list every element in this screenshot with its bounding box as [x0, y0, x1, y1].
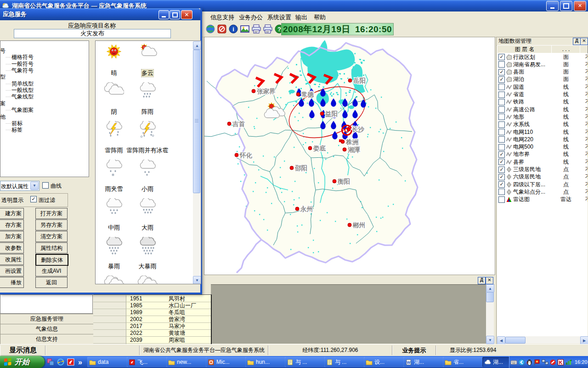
tree-item[interactable]: 标签	[5, 126, 23, 133]
layer-row[interactable]: ✓ 地市界 线 不	[497, 151, 588, 158]
thunderhail-icon[interactable]	[137, 121, 158, 139]
info-icon[interactable]: i	[228, 23, 238, 34]
layers-col-extra[interactable]	[580, 45, 588, 53]
task-button-5[interactable]: 与 ...	[285, 357, 327, 367]
dialog-button-right-4[interactable]: 删除实体	[35, 254, 68, 266]
weather-item-label[interactable]: 阵雨	[141, 108, 153, 115]
flyapp-quicklaunch-icon[interactable]	[67, 358, 74, 366]
weather-item-label[interactable]: 暴雨	[108, 263, 120, 270]
layer-row[interactable]: 地形 线 不	[497, 113, 588, 121]
layer-row[interactable]: 高速公路 线 不	[497, 106, 588, 113]
message-list-box[interactable]	[0, 294, 93, 314]
start-button[interactable]: 开始	[0, 356, 45, 368]
weather-item-label[interactable]: 大雨	[141, 224, 153, 231]
keyboard-tray-icon[interactable]	[510, 359, 517, 366]
sidebar-button-2[interactable]: 信息支持	[0, 334, 94, 345]
sleet-icon[interactable]	[104, 160, 124, 178]
dialog-button-left-5[interactable]: 画设置	[0, 265, 24, 276]
weather-item-label[interactable]: 雨夹雪	[105, 185, 123, 193]
layer-row[interactable]: 电网500 线 不	[497, 144, 588, 151]
menu-item-0[interactable]: 信息支持	[208, 13, 237, 22]
layers-h-scrollbar[interactable]: ◀ ▶	[497, 336, 588, 344]
rain2-icon[interactable]	[104, 198, 124, 217]
scroll-up-icon[interactable]: ▲	[193, 41, 201, 50]
globe-icon[interactable]	[205, 23, 215, 34]
project-name-input[interactable]	[14, 29, 171, 38]
dialog-button-left-0[interactable]: 建方案	[0, 208, 24, 219]
network-tray-icon[interactable]	[542, 359, 548, 366]
scroll-left-icon[interactable]: ◀	[497, 336, 505, 345]
sidebar-button-1[interactable]: 气象信息	[0, 324, 94, 334]
scroll-down-icon[interactable]: ▼	[486, 336, 494, 344]
suncloud-icon[interactable]	[137, 44, 158, 62]
print-icon[interactable]	[262, 23, 273, 34]
messenger-tray-icon[interactable]	[518, 359, 525, 366]
weather-item-label[interactable]: 雷阵雨并有冰雹	[127, 147, 169, 154]
close-button[interactable]: ✕	[181, 10, 192, 19]
dialog-button-right-3[interactable]: 属性结构	[35, 242, 68, 253]
layer-checkbox[interactable]	[498, 136, 505, 143]
station-table[interactable]: 1951 凤羽村 1985 水口山一厂 1989 冬瓜咀 2002 曾家湾 20…	[93, 294, 212, 345]
menu-item-4[interactable]: 帮助	[311, 13, 328, 22]
tree-item[interactable]: 线型	[0, 74, 6, 80]
layer-checkbox[interactable]	[498, 84, 505, 90]
clouds-icon[interactable]	[104, 276, 124, 284]
tree-item[interactable]: 简单线型	[5, 80, 34, 87]
pin-icon[interactable]: Д	[573, 38, 581, 45]
tree-item[interactable]: 气象线型	[5, 93, 34, 100]
stop-icon[interactable]	[216, 23, 227, 34]
task-button-10[interactable]: 湖...	[482, 357, 512, 367]
dialog-button-right-5[interactable]: 生成AVI	[35, 265, 68, 276]
storm-icon[interactable]	[104, 237, 124, 255]
layer-checkbox[interactable]	[498, 99, 505, 105]
tree-item[interactable]: 箭标	[5, 120, 23, 126]
layer-row[interactable]: ✓ 六级居民地 点 不	[497, 173, 588, 181]
tree-item[interactable]: 栅格符号	[5, 54, 34, 60]
layer-checkbox[interactable]	[498, 129, 505, 135]
pin-icon[interactable]: Д	[478, 277, 486, 284]
map-canvas[interactable]: 张家界常德岳阳吉首益阳长沙娄底株洲湘潭怀化邵阳衡阳永州郴州	[204, 37, 495, 275]
task-button-6[interactable]: 与 ...	[324, 357, 367, 367]
dialog-button-left-1[interactable]: 存方案	[0, 219, 24, 230]
layer-row[interactable]: ✓ 三级居民地 点 不	[497, 166, 588, 173]
antivirus-tray-icon[interactable]: K	[557, 359, 564, 366]
bottom-panel-scrollbar[interactable]: ▲ ▼	[486, 284, 494, 343]
layer-checkbox[interactable]: ✓	[498, 174, 505, 180]
tree-item[interactable]: 一般线型	[5, 87, 34, 93]
image-icon[interactable]	[239, 23, 250, 34]
task-button-2[interactable]: new...	[166, 357, 209, 367]
close-icon[interactable]: ✕	[580, 38, 588, 45]
menu-item-1[interactable]: 业务办公	[237, 13, 265, 22]
weather-item-label[interactable]: 小雨	[141, 185, 153, 193]
weather-item-label[interactable]: 多云	[141, 69, 153, 77]
scroll-thumb[interactable]	[193, 50, 200, 193]
curve-checkbox[interactable]	[42, 182, 49, 189]
layer-row[interactable]: ✓ 四级以下居... 点 不	[497, 181, 588, 188]
ie-quicklaunch-icon[interactable]: e	[57, 358, 64, 366]
dialog-button-left-4[interactable]: 改属性	[0, 254, 24, 265]
weather-item-label[interactable]: 晴	[111, 69, 117, 77]
tree-item[interactable]: 气象图案	[5, 107, 34, 113]
dialog-button-right-0[interactable]: 打开方案	[35, 208, 68, 219]
layer-checkbox[interactable]: ✓	[498, 76, 505, 83]
task-button-9[interactable]: 省...	[443, 357, 485, 367]
tree-item[interactable]: 其他	[0, 114, 6, 120]
dialog-button-left-6[interactable]: 播放	[0, 277, 24, 288]
chart-tray-icon[interactable]	[565, 359, 572, 366]
shower-icon[interactable]	[137, 82, 158, 101]
layers-col-name[interactable]: 图 层 名	[497, 45, 552, 53]
layer-row[interactable]: 气象站点分... 点 不	[497, 188, 588, 196]
task-button-0[interactable]: data	[87, 357, 130, 367]
scroll-thumb[interactable]	[486, 292, 494, 302]
scroll-right-icon[interactable]: ▶	[580, 336, 588, 345]
tree-item[interactable]: 符号	[0, 47, 6, 54]
weather-item-label[interactable]: 阴	[111, 108, 117, 115]
layer-checkbox[interactable]	[498, 144, 505, 150]
layer-checkbox[interactable]: ✓	[498, 54, 505, 60]
table-row[interactable]: 2017 马家冲	[93, 323, 210, 330]
table-row[interactable]: 2022 黄坡塘	[93, 330, 210, 337]
tree-item[interactable]: 图案	[0, 100, 6, 107]
restore-button[interactable]	[560, 1, 572, 11]
layer-checkbox[interactable]	[498, 92, 505, 98]
layer-checkbox[interactable]	[498, 121, 505, 128]
